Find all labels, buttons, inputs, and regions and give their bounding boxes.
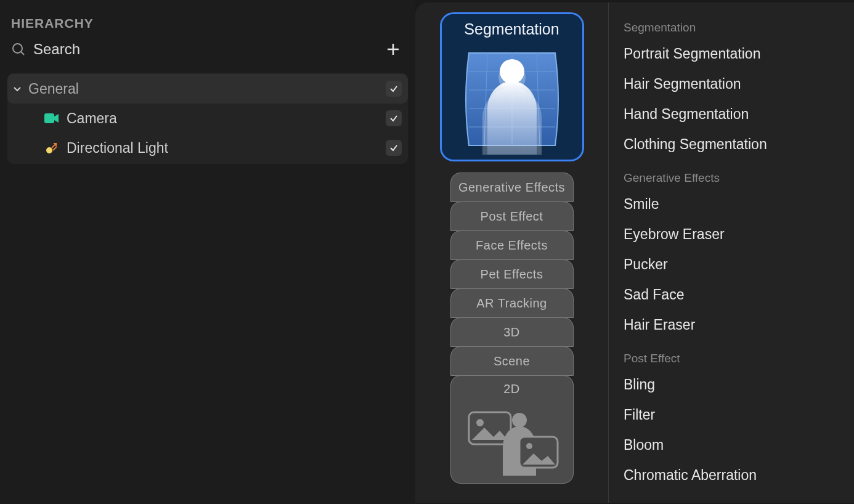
- search-placeholder: Search: [33, 41, 80, 58]
- svg-point-5: [46, 147, 52, 153]
- search-input[interactable]: Search: [11, 41, 375, 58]
- tree-group-label: General: [28, 81, 386, 97]
- segmentation-illustration: [442, 42, 582, 160]
- list-section-header: Generative Effects: [624, 171, 839, 185]
- card-title: Segmentation: [442, 14, 582, 42]
- list-section-header: Segmentation: [624, 21, 839, 35]
- list-item[interactable]: Eyebrow Eraser: [624, 226, 839, 243]
- list-item[interactable]: Filter: [624, 407, 839, 423]
- visibility-toggle[interactable]: [386, 140, 402, 156]
- list-item[interactable]: Hand Segmentation: [624, 106, 839, 123]
- list-item[interactable]: Bling: [624, 376, 839, 393]
- list-item[interactable]: Pucker: [624, 256, 839, 273]
- hierarchy-title: HIERARCHY: [7, 0, 408, 36]
- svg-line-1: [21, 52, 24, 55]
- effect-list-panel: SegmentationPortrait SegmentationHair Se…: [609, 2, 854, 503]
- list-item[interactable]: Clothing Segmentation: [624, 136, 839, 153]
- card-scene[interactable]: Scene: [450, 346, 574, 376]
- svg-line-6: [52, 144, 55, 148]
- card-generative-effects[interactable]: Generative Effects: [450, 173, 574, 202]
- list-section-header: Post Effect: [624, 352, 839, 365]
- list-item[interactable]: Smile: [624, 196, 839, 213]
- card-ar-tracking[interactable]: AR Tracking: [450, 288, 574, 318]
- list-item[interactable]: Portrait Segmentation: [624, 46, 839, 62]
- card-post-effect[interactable]: Post Effect: [450, 201, 574, 231]
- hierarchy-panel: HIERARCHY Search Genera: [0, 0, 415, 504]
- camera-icon: [43, 110, 60, 127]
- list-item[interactable]: Chromatic Aberration: [624, 467, 839, 484]
- search-row: Search: [7, 36, 408, 73]
- card-face-effects[interactable]: Face Effects: [450, 230, 574, 260]
- tree-item-label: Directional Light: [67, 140, 386, 156]
- card-3d[interactable]: 3D: [450, 317, 574, 347]
- list-item[interactable]: Hair Segmentation: [624, 76, 839, 92]
- tree-item-label: Camera: [67, 110, 386, 127]
- card-2d[interactable]: 2D: [450, 375, 574, 484]
- add-button[interactable]: [381, 39, 405, 59]
- svg-point-16: [498, 64, 526, 91]
- svg-point-18: [476, 419, 484, 426]
- visibility-toggle[interactable]: [386, 110, 402, 126]
- tree-item-directional-light[interactable]: Directional Light: [7, 133, 408, 163]
- svg-rect-4: [44, 113, 54, 123]
- svg-point-0: [13, 44, 22, 53]
- visibility-toggle[interactable]: [386, 81, 402, 97]
- card-pet-effects[interactable]: Pet Effects: [450, 259, 574, 289]
- list-item[interactable]: Hair Eraser: [624, 317, 839, 333]
- search-icon: [11, 42, 26, 57]
- card-segmentation-selected[interactable]: Segmentation: [440, 12, 584, 161]
- list-item[interactable]: Bloom: [624, 437, 839, 453]
- 2d-illustration: [451, 396, 573, 483]
- svg-line-7: [53, 147, 57, 150]
- svg-point-21: [526, 443, 532, 449]
- category-card-panel: Segmentation: [415, 2, 609, 503]
- tree-group-general[interactable]: General: [7, 74, 408, 104]
- tree-item-camera[interactable]: Camera: [7, 104, 408, 133]
- hierarchy-tree: General Camera: [7, 73, 408, 164]
- category-stack: Generative Effects Post Effect Face Effe…: [447, 173, 577, 483]
- list-item[interactable]: Sad Face: [624, 287, 839, 303]
- svg-point-19: [512, 413, 527, 428]
- chevron-down-icon: [12, 84, 22, 94]
- light-icon: [43, 139, 60, 156]
